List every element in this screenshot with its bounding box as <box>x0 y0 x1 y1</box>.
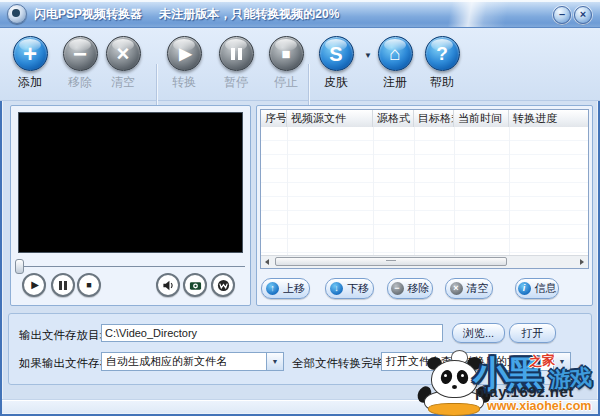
chevron-down-icon[interactable]: ▼ <box>266 353 283 370</box>
pause-button-label: 暂停 <box>209 74 263 91</box>
player-pause-button[interactable] <box>51 273 75 297</box>
file-list-panel: 序号 视频源文件 源格式 目标格式 当前时间 转换进度 ↑ 上移 <box>256 105 593 306</box>
column-gridline <box>414 127 415 256</box>
column-gridline <box>373 127 374 256</box>
add-button[interactable]: + 添加 <box>3 36 57 91</box>
arrow-up-icon: ↑ <box>266 282 279 295</box>
cross-icon: × <box>450 282 463 295</box>
stop-icon: ■ <box>86 281 91 290</box>
snapshot-button[interactable] <box>183 273 207 297</box>
info-label: 信息 <box>535 281 557 296</box>
app-icon[interactable] <box>7 4 27 24</box>
play-icon: ▶ <box>29 280 39 290</box>
help-button-label: 帮助 <box>415 74 469 91</box>
plus-icon: + <box>13 36 48 71</box>
remove-item-label: 移除 <box>408 281 430 296</box>
move-down-button[interactable]: ↓ 下移 <box>325 278 374 299</box>
status-bar <box>2 400 598 413</box>
seek-slider-thumb[interactable] <box>15 259 24 274</box>
table-body-empty <box>261 127 588 256</box>
pause-icon <box>59 281 67 290</box>
info-button[interactable]: i 信息 <box>515 278 559 299</box>
app-title-text: 闪电PSP视频转换器 <box>34 7 142 21</box>
play-icon: ▶ <box>167 36 202 71</box>
cross-icon: × <box>106 36 141 71</box>
pause-icon <box>219 36 254 71</box>
home-icon: ⌂ <box>378 36 413 71</box>
output-dir-label: 输出文件存放目录: <box>19 328 114 343</box>
column-header-source-format[interactable]: 源格式 <box>373 110 414 127</box>
register-button[interactable]: ⌂ 注册 <box>368 36 422 91</box>
register-button-label: 注册 <box>368 74 422 91</box>
minimize-button[interactable]: – <box>553 6 571 24</box>
clear-list-label: 清空 <box>467 281 489 296</box>
move-up-button[interactable]: ↑ 上移 <box>261 278 310 299</box>
scrollbar-thumb[interactable] <box>275 257 507 266</box>
skin-icon: S <box>319 36 354 71</box>
file-exists-value: 自动生成相应的新文件名 <box>102 354 266 369</box>
help-icon: ? <box>425 36 460 71</box>
left-arrow-icon <box>265 259 269 265</box>
seek-slider-track[interactable] <box>17 266 245 267</box>
clear-button-label: 清空 <box>96 74 150 91</box>
move-down-label: 下移 <box>347 281 369 296</box>
column-gridline <box>287 127 288 256</box>
unregistered-notice: 未注册版本，只能转换视频的20% <box>159 7 339 21</box>
player-stop-button[interactable]: ■ <box>77 273 101 297</box>
stop-button[interactable]: ■ 停止 <box>259 36 313 91</box>
minimize-icon: – <box>559 8 565 20</box>
after-convert-combobox[interactable]: 打开文件夹查看转换后的文件 ▼ <box>381 352 571 371</box>
arrow-down-icon: ↓ <box>330 282 343 295</box>
window-title: 闪电PSP视频转换器 未注册版本，只能转换视频的20% <box>34 6 339 23</box>
fullscreen-button[interactable] <box>211 273 235 297</box>
chevron-down-icon[interactable]: ▼ <box>553 353 570 370</box>
pause-button[interactable]: 暂停 <box>209 36 263 91</box>
column-header-index[interactable]: 序号 <box>261 110 287 127</box>
file-list-table: 序号 视频源文件 源格式 目标格式 当前时间 转换进度 <box>260 109 589 269</box>
titlebar-swoosh-decoration <box>398 0 548 27</box>
stop-button-label: 停止 <box>259 74 313 91</box>
video-preview-screen <box>18 112 243 253</box>
horizontal-scrollbar[interactable] <box>261 255 588 268</box>
browse-button[interactable]: 浏览... <box>452 323 505 343</box>
panda-nose <box>452 385 457 389</box>
column-header-source-file[interactable]: 视频源文件 <box>287 110 373 127</box>
main-toolbar: + 添加 − 移除 × 清空 ▶ 转换 暂停 ■ 停止 S 皮肤 ▼ <box>0 28 600 101</box>
movie-icon <box>217 279 230 292</box>
open-button[interactable]: 打开 <box>509 323 556 343</box>
skin-button[interactable]: S 皮肤 <box>309 36 363 91</box>
convert-button-label: 转换 <box>157 74 211 91</box>
scroll-left-button[interactable] <box>261 256 273 267</box>
minus-icon: − <box>63 36 98 71</box>
title-bar: 闪电PSP视频转换器 未注册版本，只能转换视频的20% – × <box>0 0 600 28</box>
remove-item-button[interactable]: − 移除 <box>387 278 433 299</box>
column-header-current-time[interactable]: 当前时间 <box>454 110 509 127</box>
file-exists-combobox[interactable]: 自动生成相应的新文件名 ▼ <box>101 352 284 371</box>
app-window: 闪电PSP视频转换器 未注册版本，只能转换视频的20% – × + 添加 − 移… <box>0 0 600 416</box>
volume-button[interactable] <box>156 273 180 297</box>
help-button[interactable]: ? 帮助 <box>415 36 469 91</box>
close-icon: × <box>580 8 586 20</box>
scroll-right-button[interactable] <box>576 256 588 267</box>
output-dir-input[interactable]: C:\Video_Directory <box>101 324 443 342</box>
column-header-progress[interactable]: 转换进度 <box>509 110 588 127</box>
info-icon: i <box>518 282 531 295</box>
player-play-button[interactable]: ▶ <box>22 273 46 297</box>
after-convert-value: 打开文件夹查看转换后的文件 <box>382 354 553 369</box>
skin-button-label: 皮肤 <box>309 74 363 91</box>
open-label: 打开 <box>522 326 544 341</box>
clear-button[interactable]: × 清空 <box>96 36 150 91</box>
add-button-label: 添加 <box>3 74 57 91</box>
close-button[interactable]: × <box>574 6 592 24</box>
preview-panel: ▶ ■ <box>10 105 251 306</box>
move-up-label: 上移 <box>283 281 305 296</box>
browse-label: 浏览... <box>463 326 494 341</box>
column-header-target-format[interactable]: 目标格式 <box>414 110 454 127</box>
convert-button[interactable]: ▶ 转换 <box>157 36 211 91</box>
table-header-row: 序号 视频源文件 源格式 目标格式 当前时间 转换进度 <box>261 110 588 128</box>
column-gridline <box>454 127 455 256</box>
stop-icon: ■ <box>269 36 304 71</box>
watermark-url-dark: play.169z.net <box>475 383 574 400</box>
speaker-icon <box>162 279 175 292</box>
clear-list-button[interactable]: × 清空 <box>445 278 493 299</box>
